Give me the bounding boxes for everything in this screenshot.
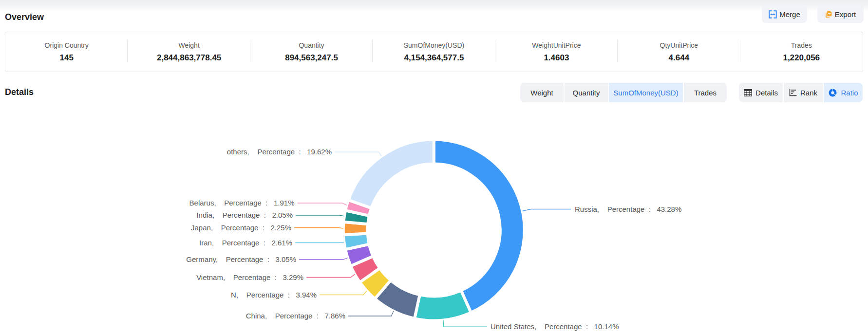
svg-text:India, Percentage : 2.05: India, Percentage : 2.05% <box>196 211 293 219</box>
svg-text:Iran, Percentage : 2.61%: Iran, Percentage : 2.61% <box>199 239 292 247</box>
svg-text:Belarus, Percentage : 1.: Belarus, Percentage : 1.91% <box>189 199 295 207</box>
svg-text:China, Percentage : 7.86: China, Percentage : 7.86% <box>246 312 345 320</box>
svg-text:N, Percentage : 3.94%: N, Percentage : 3.94% <box>231 291 317 299</box>
svg-text:Russia, Percentage : 43.: Russia, Percentage : 43.28% <box>575 205 681 213</box>
svg-text:Japan, Percentage : 2.25: Japan, Percentage : 2.25% <box>191 223 291 232</box>
svg-text:Vietnam, Percentage : 3.: Vietnam, Percentage : 3.29% <box>196 273 303 281</box>
svg-text:United States, Percentage: United States, Percentage : 10.14% <box>491 322 619 331</box>
svg-text:others, Percentage : 19.: others, Percentage : 19.62% <box>227 148 332 156</box>
svg-text:Germany, Percentage : 3.: Germany, Percentage : 3.05% <box>186 255 296 263</box>
